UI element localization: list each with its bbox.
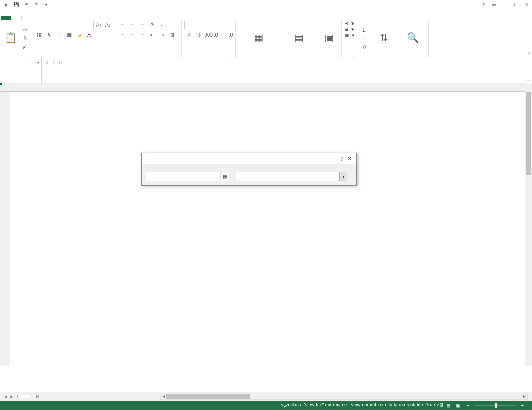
- hscroll-thumb[interactable]: [166, 394, 250, 399]
- sheet-nav-next-icon[interactable]: ►: [10, 394, 14, 399]
- italic-button[interactable]: К: [45, 31, 54, 39]
- collapse-ribbon-icon[interactable]: ^: [527, 50, 532, 58]
- font-name-select[interactable]: [35, 21, 76, 29]
- view-page-layout-icon[interactable]: ▤: [444, 402, 453, 409]
- tab-layout[interactable]: [32, 16, 42, 20]
- minimize-icon[interactable]: ─: [501, 1, 509, 9]
- view-page-break-icon[interactable]: ▣: [453, 402, 462, 409]
- dialog-format-select[interactable]: ▾: [236, 172, 347, 181]
- group-editing: Σ ↓ ◇ ⇅ 🔍: [357, 20, 429, 58]
- align-right-icon[interactable]: ≡: [138, 31, 147, 39]
- conditional-formatting-icon: ▦: [252, 31, 265, 45]
- redo-icon[interactable]: ↷: [32, 1, 41, 9]
- conditional-formatting-button[interactable]: ▦: [238, 30, 279, 47]
- dialog-close-icon[interactable]: ✕: [346, 156, 353, 162]
- align-middle-icon[interactable]: ≡: [128, 21, 137, 29]
- horizontal-scrollbar[interactable]: ◄ ►: [160, 394, 528, 400]
- copy-icon[interactable]: ⎘: [21, 35, 29, 42]
- number-format-select[interactable]: [184, 21, 234, 29]
- dialog-help-icon[interactable]: ?: [338, 156, 346, 162]
- increase-decimal-icon[interactable]: .0→: [214, 31, 223, 39]
- currency-icon[interactable]: ₽: [184, 31, 193, 39]
- percent-icon[interactable]: %: [194, 31, 203, 39]
- fx-icon[interactable]: fx: [59, 60, 63, 65]
- tab-data[interactable]: [52, 16, 62, 20]
- indent-dec-icon[interactable]: ⇤: [148, 31, 157, 39]
- sheet-tab[interactable]: [17, 395, 30, 398]
- split-handle-icon[interactable]: ⋮: [151, 394, 156, 399]
- name-box-dropdown-icon[interactable]: ▾: [37, 60, 40, 65]
- qat-dropdown-icon[interactable]: ▼: [42, 1, 51, 9]
- find-select-button[interactable]: 🔍: [400, 30, 426, 47]
- indent-inc-icon[interactable]: ⇥: [158, 31, 167, 39]
- fill-color-icon[interactable]: ◢: [74, 31, 84, 39]
- comma-icon[interactable]: 000: [204, 31, 213, 39]
- align-left-icon[interactable]: ≡: [118, 31, 127, 39]
- add-sheet-icon[interactable]: ⊕: [33, 393, 42, 401]
- delete-cells-icon: ⊟: [344, 27, 348, 32]
- increase-font-icon[interactable]: A↑: [94, 21, 103, 29]
- tab-home[interactable]: [11, 16, 22, 20]
- zoom-thumb[interactable]: [495, 403, 497, 408]
- zoom-in-icon[interactable]: +: [521, 403, 524, 408]
- sheet-bar: ◄ ► ⊕ ⋮ ◄ ►: [0, 392, 532, 401]
- range-picker-icon[interactable]: ▦: [220, 172, 229, 181]
- dialog-text-input[interactable]: [146, 172, 220, 181]
- formula-input[interactable]: [66, 58, 524, 83]
- expand-formula-bar-icon[interactable]: ⌄: [524, 58, 532, 83]
- save-icon[interactable]: 💾: [12, 1, 21, 9]
- undo-icon[interactable]: ↶: [22, 1, 31, 9]
- format-as-table-button[interactable]: ▤: [281, 30, 317, 47]
- border-icon[interactable]: ▦: [64, 31, 74, 39]
- login-link[interactable]: [525, 16, 528, 20]
- enter-formula-icon[interactable]: ✓: [52, 60, 56, 65]
- decrease-font-icon[interactable]: A↓: [104, 21, 113, 29]
- paste-button[interactable]: 📋: [2, 30, 19, 47]
- clear-icon[interactable]: ◇: [360, 43, 368, 50]
- chevron-down-icon[interactable]: ▾: [339, 172, 347, 181]
- font-color-icon[interactable]: A: [84, 31, 94, 39]
- maximize-icon[interactable]: ☐: [512, 1, 520, 9]
- formula-bar: ▾ ✕ ✓ fx ⌄: [0, 58, 532, 83]
- zoom-out-icon[interactable]: −: [467, 403, 469, 408]
- hscroll-left-icon[interactable]: ◄: [161, 394, 166, 399]
- format-painter-icon[interactable]: 🖌: [21, 43, 29, 50]
- wrap-text-icon[interactable]: ⤶: [158, 21, 167, 29]
- group-alignment-label: [118, 55, 179, 57]
- merge-icon[interactable]: ⊞: [168, 31, 177, 39]
- ribbon-tabs: [0, 10, 532, 20]
- cells-area[interactable]: [10, 92, 525, 366]
- align-bottom-icon[interactable]: ≡: [138, 21, 147, 29]
- sort-filter-icon: ⇅: [377, 31, 391, 45]
- align-center-icon[interactable]: ≡: [128, 31, 137, 39]
- fill-icon[interactable]: ↓: [360, 35, 368, 42]
- underline-button[interactable]: Ч: [54, 31, 64, 39]
- name-box[interactable]: ▾: [0, 58, 42, 83]
- name-box-input[interactable]: [2, 60, 31, 65]
- select-all-corner[interactable]: [0, 83, 10, 92]
- autosum-icon[interactable]: Σ: [360, 26, 368, 34]
- orientation-icon[interactable]: ⟳: [148, 21, 157, 29]
- bold-button[interactable]: Ж: [35, 31, 44, 39]
- zoom-slider[interactable]: [475, 405, 516, 406]
- sheet-nav-prev-icon[interactable]: ◄: [3, 394, 8, 399]
- help-icon[interactable]: ?: [480, 1, 487, 9]
- tab-view[interactable]: [72, 16, 82, 20]
- vscroll-thumb[interactable]: [526, 92, 531, 175]
- find-icon: 🔍: [406, 31, 420, 45]
- tab-file[interactable]: [1, 16, 11, 20]
- cancel-formula-icon[interactable]: ✕: [45, 60, 49, 65]
- sort-filter-button[interactable]: ⇅: [370, 30, 398, 47]
- hscroll-right-icon[interactable]: ►: [522, 394, 527, 399]
- cell-styles-button[interactable]: ▣: [319, 30, 339, 47]
- cut-icon[interactable]: ✂: [21, 26, 29, 34]
- close-icon[interactable]: ✕: [523, 1, 530, 9]
- ribbon-options-icon[interactable]: ▭: [490, 1, 498, 9]
- font-size-select[interactable]: [77, 21, 94, 29]
- tab-formulas[interactable]: [42, 16, 52, 20]
- tab-review[interactable]: [62, 16, 72, 20]
- vertical-scrollbar[interactable]: [525, 83, 532, 366]
- tab-insert[interactable]: [22, 16, 32, 20]
- align-top-icon[interactable]: ≡: [118, 21, 127, 29]
- decrease-decimal-icon[interactable]: ←.0: [224, 31, 233, 39]
